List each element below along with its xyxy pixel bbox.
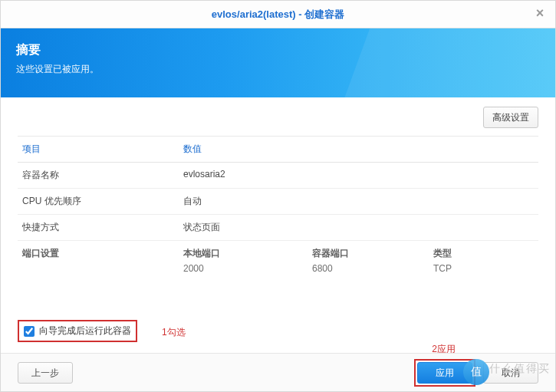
banner-heading: 摘要 <box>16 42 540 58</box>
row-shortcut: 快捷方式 状态页面 <box>18 215 538 241</box>
summary-table-wrap: 项目 数值 容器名称 evlosaria2 CPU 优先顺序 自动 快捷方式 <box>18 136 538 280</box>
label: 容器名称 <box>18 163 179 189</box>
table-header-row: 项目 数值 <box>18 137 538 163</box>
col-item: 项目 <box>18 137 179 163</box>
h-container: 容器端口 <box>308 241 429 262</box>
footer: 上一步 应用 取消 <box>1 353 555 391</box>
titlebar: evlos/aria2(latest) - 创建容器 × <box>1 1 555 28</box>
banner: 摘要 这些设置已被应用。 <box>1 28 555 97</box>
advanced-settings-button[interactable]: 高级设置 <box>483 107 538 128</box>
dialog-window: evlos/aria2(latest) - 创建容器 × 摘要 这些设置已被应用… <box>0 0 556 392</box>
row-port-head: 端口设置 本地端口 容器端口 类型 <box>18 241 538 262</box>
back-button[interactable]: 上一步 <box>18 362 73 384</box>
checkbox-label: 向导完成后运行此容器 <box>39 324 131 338</box>
row-container-name: 容器名称 evlosaria2 <box>18 163 538 189</box>
label: 快捷方式 <box>18 215 179 241</box>
value: 状态页面 <box>179 215 538 241</box>
window-title: evlos/aria2(latest) - 创建容器 <box>212 8 344 20</box>
label: 端口设置 <box>18 241 179 262</box>
apply-highlight: 应用 <box>414 359 475 387</box>
toolbar: 高级设置 <box>18 107 538 128</box>
v-local: 2000 <box>179 262 308 280</box>
col-value: 数值 <box>179 137 538 163</box>
row-port-val: 2000 6800 TCP <box>18 262 538 280</box>
cancel-button[interactable]: 取消 <box>483 362 538 384</box>
summary-table: 项目 数值 容器名称 evlosaria2 CPU 优先顺序 自动 快捷方式 <box>18 137 538 280</box>
h-type: 类型 <box>429 241 538 262</box>
v-type: TCP <box>429 262 538 280</box>
value: 自动 <box>179 189 538 215</box>
run-after-wizard-checkbox[interactable] <box>24 326 35 337</box>
apply-button[interactable]: 应用 <box>417 362 472 384</box>
v-container: 6800 <box>308 262 429 280</box>
annotation-1: 1勾选 <box>162 326 186 339</box>
row-cpu-priority: CPU 优先顺序 自动 <box>18 189 538 215</box>
close-icon[interactable]: × <box>525 1 555 28</box>
label: CPU 优先顺序 <box>18 189 179 215</box>
banner-sub: 这些设置已被应用。 <box>16 63 540 76</box>
value: evlosaria2 <box>179 163 538 189</box>
body: 高级设置 项目 数值 容器名称 evlosaria2 CPU <box>1 97 555 280</box>
run-after-wizard-checkbox-row[interactable]: 向导完成后运行此容器 <box>18 320 137 342</box>
h-local: 本地端口 <box>179 241 308 262</box>
